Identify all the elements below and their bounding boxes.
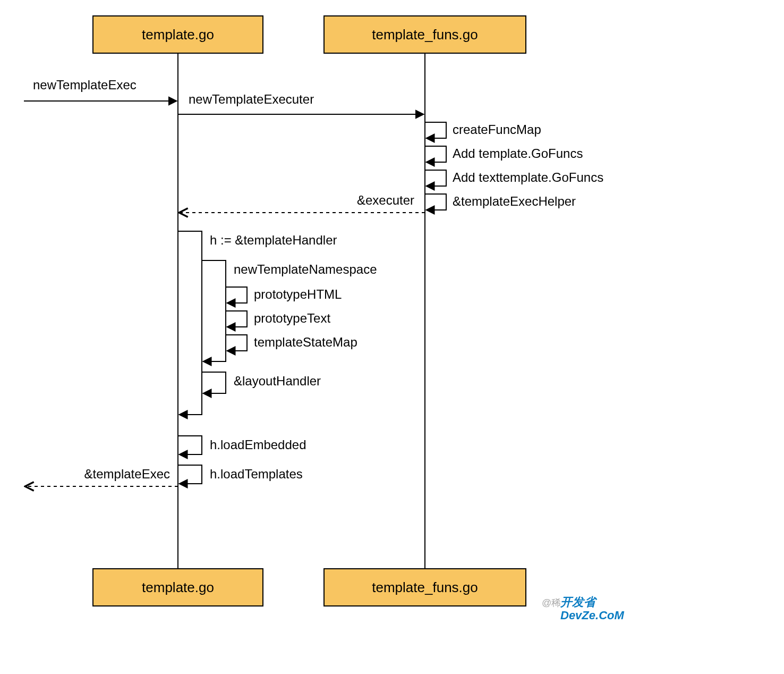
message-label: h.loadTemplates <box>210 467 303 481</box>
participant-label: template.go <box>142 27 214 43</box>
watermark-text: @稀 <box>542 597 561 608</box>
self-message: Add template.GoFuncs <box>425 146 583 162</box>
message-label: &executer <box>357 193 414 207</box>
sequence-diagram: template.go template_funs.go newTemplate… <box>0 0 784 674</box>
message-label: &templateExecHelper <box>453 194 576 208</box>
participant-label: template.go <box>142 579 214 595</box>
self-block: h := &templateHandler newTemplateNamespa… <box>178 231 377 415</box>
self-message: &templateExecHelper <box>425 194 576 210</box>
message-label: h.loadEmbedded <box>210 437 306 452</box>
message-label: &templateExec <box>84 467 170 481</box>
participant-label: template_funs.go <box>372 579 478 595</box>
message-label: newTemplateExec <box>33 78 137 92</box>
message-label: prototypeHTML <box>254 287 342 301</box>
self-message: h.loadTemplates <box>178 465 303 484</box>
message-label: Add template.GoFuncs <box>453 146 583 161</box>
message-label: Add texttemplate.GoFuncs <box>453 170 603 184</box>
self-message: Add texttemplate.GoFuncs <box>425 170 603 186</box>
self-message: h.loadEmbedded <box>178 436 306 454</box>
self-message: createFuncMap <box>425 122 541 138</box>
message-label: templateStateMap <box>254 335 357 349</box>
message-label: createFuncMap <box>453 122 541 137</box>
message-label: h := &templateHandler <box>210 233 337 247</box>
watermark-text: 开发省 <box>560 595 598 609</box>
watermark-text: DevZe.CoM <box>560 609 624 622</box>
message-label: prototypeText <box>254 311 330 325</box>
message-label: newTemplateExecuter <box>189 92 314 106</box>
message-label: &layoutHandler <box>234 374 321 388</box>
message-label: newTemplateNamespace <box>234 262 377 276</box>
participant-label: template_funs.go <box>372 27 478 43</box>
